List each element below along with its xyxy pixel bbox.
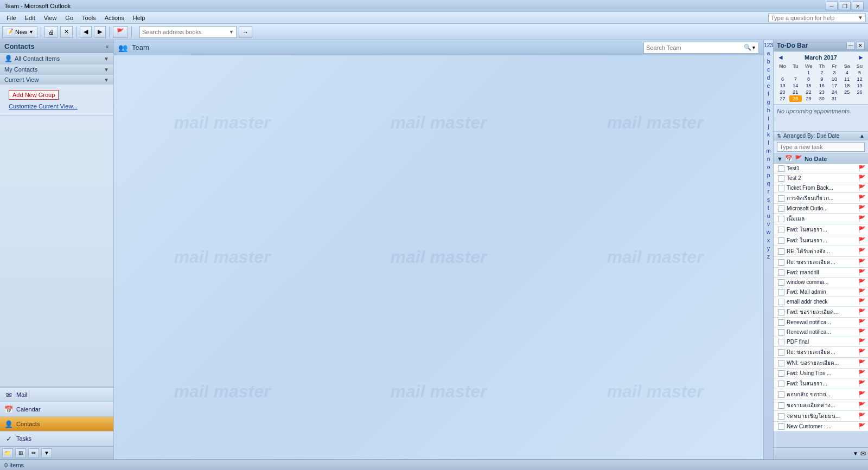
cal-day-28[interactable]: 27: [776, 95, 789, 102]
task-checkbox[interactable]: [778, 279, 784, 286]
task-flag-icon[interactable]: 🚩: [858, 349, 866, 356]
cal-day-9[interactable]: 8: [802, 76, 815, 82]
task-flag-icon[interactable]: 🚩: [858, 402, 866, 409]
search-address-input[interactable]: [142, 29, 229, 35]
task-flag-icon[interactable]: 🚩: [858, 380, 866, 387]
delete-button[interactable]: ✕: [60, 26, 73, 38]
cal-day-6[interactable]: 5: [853, 69, 866, 76]
task-item[interactable]: window comma... 🚩: [774, 278, 868, 287]
cal-day-22[interactable]: 21: [789, 89, 802, 95]
task-checkbox[interactable]: [778, 360, 784, 366]
alpha-z[interactable]: z: [766, 253, 771, 261]
task-checkbox[interactable]: [778, 175, 784, 182]
cal-day-12[interactable]: 11: [841, 76, 853, 82]
nav-tasks[interactable]: ✓ Tasks: [0, 432, 113, 446]
help-input[interactable]: [771, 15, 858, 21]
alpha-c[interactable]: c: [766, 66, 771, 74]
task-checkbox[interactable]: [778, 227, 784, 233]
task-item[interactable]: Fwd: mandrill 🚩: [774, 268, 868, 278]
task-flag-icon[interactable]: 🚩: [858, 237, 866, 244]
task-checkbox[interactable]: [778, 319, 784, 326]
task-checkbox[interactable]: [778, 165, 784, 172]
all-contact-header[interactable]: 👤 All Contact Items ▼: [0, 53, 113, 64]
cal-day-26[interactable]: 25: [841, 89, 853, 95]
nav-contacts[interactable]: 👤 Contacts: [0, 417, 113, 432]
content-search-input[interactable]: [646, 44, 744, 51]
task-item[interactable]: Test1 🚩: [774, 164, 868, 173]
task-item[interactable]: Renewal notifica... 🚩: [774, 327, 868, 337]
alpha-y[interactable]: y: [766, 244, 771, 253]
task-checkbox[interactable]: [778, 248, 784, 255]
task-flag-icon[interactable]: 🚩: [858, 288, 866, 295]
restore-button[interactable]: ❐: [839, 2, 851, 10]
print-button[interactable]: 🖨: [44, 26, 58, 38]
task-checkbox[interactable]: [778, 402, 784, 409]
back-button[interactable]: ◀: [80, 26, 92, 38]
task-item[interactable]: การจัดเรียนเกี่ยวก... 🚩: [774, 193, 868, 204]
alpha-g[interactable]: g: [766, 98, 771, 106]
sidebar-folder-btn[interactable]: 📁: [2, 448, 13, 458]
sidebar-more-btn[interactable]: ▼: [41, 448, 52, 458]
task-checkbox[interactable]: [778, 259, 784, 266]
cal-day-32[interactable]: 31: [828, 95, 840, 102]
task-item[interactable]: Fwd: ขอรายละเอียด... 🚩: [774, 307, 868, 318]
cal-day-15[interactable]: 14: [789, 82, 802, 89]
current-view-dropdown-icon[interactable]: ▼: [104, 77, 109, 83]
cal-day-21[interactable]: 20: [776, 89, 789, 95]
cal-day-17[interactable]: 16: [815, 82, 828, 89]
task-item[interactable]: Test 2 🚩: [774, 173, 868, 183]
task-checkbox[interactable]: [778, 391, 784, 398]
alpha-i[interactable]: i: [767, 114, 770, 123]
alpha-a[interactable]: a: [766, 49, 771, 57]
task-flag-icon[interactable]: 🚩: [858, 248, 866, 255]
task-flag-icon[interactable]: 🚩: [858, 205, 866, 212]
task-flag-icon[interactable]: 🚩: [858, 175, 866, 182]
close-button[interactable]: ✕: [852, 2, 864, 10]
alpha-e[interactable]: e: [766, 82, 771, 90]
alpha-j[interactable]: j: [767, 123, 770, 131]
task-checkbox[interactable]: [778, 195, 784, 202]
task-checkbox[interactable]: [778, 289, 784, 295]
menu-tools[interactable]: Tools: [78, 14, 100, 22]
sidebar-edit-btn[interactable]: ✏: [28, 448, 39, 458]
cal-day-5[interactable]: 4: [841, 69, 853, 76]
task-flag-icon[interactable]: 🚩: [858, 226, 866, 233]
alpha-r[interactable]: r: [767, 188, 770, 196]
cal-day-30[interactable]: 29: [802, 95, 815, 102]
task-item[interactable]: เน็มเมล 🚩: [774, 214, 868, 224]
task-flag-icon[interactable]: 🚩: [858, 269, 866, 276]
sidebar-view-btn[interactable]: ⊞: [15, 448, 26, 458]
task-flag-icon[interactable]: 🚩: [858, 338, 866, 345]
task-checkbox[interactable]: [778, 329, 784, 336]
menu-view[interactable]: View: [40, 14, 61, 22]
task-flag-icon[interactable]: 🚩: [858, 370, 866, 377]
task-item[interactable]: Re: ขอรายละเอียด... 🚩: [774, 257, 868, 268]
task-item[interactable]: Fwd: Using Tips ... 🚩: [774, 369, 868, 378]
task-flag-icon[interactable]: 🚩: [858, 259, 866, 266]
task-flag-icon[interactable]: 🚩: [858, 423, 866, 430]
cal-day-7[interactable]: 6: [776, 76, 789, 82]
todo-scroll-down[interactable]: ▼: [853, 450, 858, 456]
alpha-x[interactable]: x: [766, 236, 771, 244]
task-item[interactable]: PDF final 🚩: [774, 337, 868, 347]
todo-close-btn[interactable]: ✕: [856, 42, 865, 49]
alpha-l[interactable]: l: [767, 139, 770, 147]
alpha-t[interactable]: t: [767, 204, 770, 212]
tasks-scroll-up[interactable]: ▲: [859, 133, 865, 139]
cal-day-18[interactable]: 17: [828, 82, 840, 89]
task-flag-icon[interactable]: 🚩: [858, 308, 866, 316]
alpha-d[interactable]: d: [766, 74, 771, 82]
alpha-h[interactable]: h: [766, 106, 771, 114]
alpha-s[interactable]: s: [766, 196, 771, 204]
task-checkbox[interactable]: [778, 423, 784, 430]
search-dropdown-icon[interactable]: ▼: [229, 29, 234, 35]
menu-help[interactable]: Help: [129, 14, 150, 22]
cal-day-31[interactable]: 30: [815, 95, 828, 102]
alpha-u[interactable]: u: [766, 212, 771, 220]
task-item[interactable]: Renewal notifica... 🚩: [774, 318, 868, 327]
cal-day-29[interactable]: 28: [789, 95, 802, 102]
menu-edit[interactable]: Edit: [21, 14, 40, 22]
todo-minimize-btn[interactable]: —: [846, 42, 855, 49]
task-flag-icon[interactable]: 🚩: [858, 215, 866, 222]
minimize-button[interactable]: ─: [826, 2, 838, 10]
